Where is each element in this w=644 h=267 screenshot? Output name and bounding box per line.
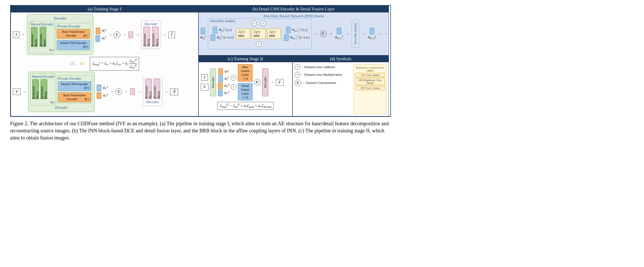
phi-top: ΦI,kS xyxy=(219,28,224,32)
panel-a: (a) Training Stage I I → Encoder Shared … xyxy=(11,6,199,116)
inv-module-label: Invertible module xyxy=(210,19,235,23)
panel-d-title: (d) Symbols xyxy=(293,56,389,62)
detail-cnn-encoder: Detail CNN Encoder D(·) xyxy=(57,40,90,50)
phi-B-V: ΦVB xyxy=(103,93,108,98)
restormer-block: Restormer Block xyxy=(154,79,160,99)
brb-1: 𝓘₁(·): BRB xyxy=(236,29,250,39)
shared-fn: S(·) xyxy=(51,101,55,104)
brb-detail: Bottleneck residual block (BRB) 1X1 Conv… xyxy=(354,64,387,114)
caption-text: The architecture of our CDDFuse method (… xyxy=(10,121,389,140)
phi-B-I: ΦIB xyxy=(224,70,229,74)
encoder-label: Encoder xyxy=(29,16,91,21)
bte-label: Base Transformer Encoder xyxy=(63,93,86,101)
private-encoder-label: Private Encoder xyxy=(58,77,91,81)
base-fn: 𝓕_B xyxy=(243,77,248,80)
arrow-icon: → xyxy=(124,90,128,94)
dce-fn: D(·) xyxy=(84,86,89,90)
brb-layer-2: 3X3 Depthwise Conv, Relu6 xyxy=(355,78,385,85)
arrow-icon: → xyxy=(108,33,112,37)
branch-I: I → Encoder Shared Encoder Restormer Blo… xyxy=(13,14,196,55)
add-icon: + xyxy=(231,75,236,81)
cc-label: CC xyxy=(70,62,75,66)
arrow-icon: → xyxy=(164,90,169,94)
phi-cube xyxy=(96,28,100,34)
phi-cube xyxy=(95,35,100,42)
phi-cube xyxy=(218,75,223,82)
private-encoder-label: Private Encoder xyxy=(57,24,90,28)
concat-icon: C xyxy=(254,79,261,86)
dce-label: Detail CNN Encoder xyxy=(60,41,87,45)
stage2-flow: I V Encoder ΦIB ΦID ΦVB ΦVD + + Base Fus… xyxy=(201,64,290,100)
multiply-icon: × xyxy=(295,72,300,77)
phi-D-I: ΦID xyxy=(102,36,106,41)
phi-B-V: ΦVB xyxy=(224,84,229,88)
brb-layer-3: 1X1 Conv, Linear xyxy=(355,86,385,90)
restormer-block: Restormer Block xyxy=(143,27,150,46)
phi-cube xyxy=(97,85,101,91)
phi-cube xyxy=(211,34,215,41)
decoder-V: Restormer Block Restormer Block Decoder xyxy=(143,78,162,106)
input-I: I xyxy=(201,74,208,81)
add-icon: + xyxy=(256,41,261,47)
restormer-block: Restormer Block xyxy=(41,79,47,99)
arrow-icon: → xyxy=(345,32,350,36)
detail-fusion-label: Detail Fusion Layer xyxy=(241,84,250,95)
shared-encoder-label: Shared Encoder xyxy=(30,22,53,26)
multiply-icon: × xyxy=(251,21,257,26)
phi-cube xyxy=(213,27,217,33)
panel-b: (b) Detail CNN Encoder & Detail Fusion L… xyxy=(199,6,389,55)
phi-cube xyxy=(218,90,223,96)
arrow-icon: → xyxy=(328,32,333,36)
restormer-block: Restormer Block xyxy=(145,79,152,99)
phi-D-I: ΦID xyxy=(224,77,229,81)
input-V: V xyxy=(201,84,208,90)
brb-2: 𝓘₂(·): BRB xyxy=(252,29,266,39)
inn-title: Invertible Neural Network (INN) blocks xyxy=(200,14,387,18)
invertible-module-2: Invertible module xyxy=(352,20,359,48)
brb-title: Bottleneck residual block (BRB) xyxy=(355,66,385,72)
add-icon: + xyxy=(231,84,236,90)
base-transformer-encoder: Base Transformer Encoder B(·) xyxy=(58,92,91,102)
phi-bot-out: ΦI,k+1S xyxy=(290,35,298,40)
shared-encoder-label: Shared Encoder xyxy=(32,75,55,79)
arrow-icon: → xyxy=(122,33,126,37)
slice-top: [1:c] xyxy=(301,28,307,32)
arrow-icon: → xyxy=(109,90,114,94)
cc-label: CC xyxy=(80,62,85,66)
phi-out: ΦI,k+2S xyxy=(368,35,376,40)
panel-a-title: (a) Training Stage I xyxy=(11,6,198,12)
decoder-I: Decoder Restormer Block Restormer Block xyxy=(141,21,161,49)
add-icon: + xyxy=(260,21,266,26)
phi-cube xyxy=(201,28,205,34)
branch-V: V → Shared Encoder Restormer Block Resto… xyxy=(13,72,196,112)
loss-stage1: ℒtotalI = ℒir + α1ℒvis + α2 ℒCCDℒCCB xyxy=(90,57,139,71)
figure-caption: Figure 2. The architecture of our CDDFus… xyxy=(10,120,391,141)
panel-b-title: (b) Detail CNN Encoder & Detail Fusion L… xyxy=(199,6,389,12)
output-Ihat: Î xyxy=(169,32,175,38)
encoder-V: Shared Encoder Restormer Block Restormer… xyxy=(28,72,95,112)
bte-fn: B(·) xyxy=(83,34,88,38)
phi-cube xyxy=(337,28,341,34)
restormer-block: Restormer Block xyxy=(31,27,38,47)
input-I: I xyxy=(13,32,19,38)
panel-d: (d) Symbols + : Element-wise Addition × … xyxy=(292,55,389,116)
restormer-block: Restormer Block xyxy=(32,79,39,99)
bte-fn: B(·) xyxy=(85,97,89,101)
phi-top-out: ΦI,k+1S xyxy=(292,28,300,32)
decoder-block: Decoder xyxy=(262,68,268,96)
encoder-label: Encoder xyxy=(30,105,92,110)
input-V: V xyxy=(13,88,21,95)
dots: ··· xyxy=(385,32,387,36)
shared-encoder: Shared Encoder Restormer Block Restormer… xyxy=(30,73,56,105)
shared-fn: S(·) xyxy=(49,48,54,51)
bte-label: Base Transformer Encoder xyxy=(62,30,85,37)
phi-cube xyxy=(128,32,133,38)
arrow-icon: → xyxy=(137,90,141,94)
encoder-I: Encoder Shared Encoder Restormer Block R… xyxy=(27,14,93,55)
phi-B-I: ΦIB xyxy=(102,29,106,33)
concat-icon: C xyxy=(320,30,326,37)
phi-D-V: ΦVD xyxy=(103,86,108,90)
arrow-icon: → xyxy=(162,33,167,37)
phi-cube xyxy=(286,27,291,33)
detail-cnn-encoder: Detail CNN Encoder D(·) xyxy=(58,81,91,91)
